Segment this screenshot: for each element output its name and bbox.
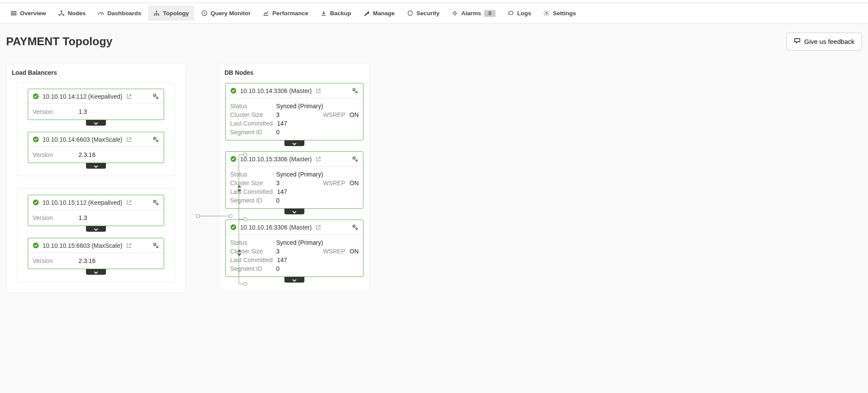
- svg-point-35: [154, 243, 155, 245]
- version-value: 1.3: [79, 108, 87, 115]
- svg-point-36: [157, 246, 158, 248]
- expand-toggle[interactable]: [284, 209, 304, 214]
- svg-point-14: [546, 13, 548, 14]
- db-node-card: 10.10.10.14:3306 (Master)StatusSynced (P…: [225, 83, 363, 140]
- expand-toggle[interactable]: [284, 277, 304, 283]
- expand-toggle[interactable]: [86, 226, 106, 232]
- external-link-icon[interactable]: [315, 88, 321, 94]
- status-ok-icon: [33, 93, 39, 100]
- status-ok-icon: [33, 242, 39, 249]
- version-value: 1.3: [79, 214, 87, 221]
- panel-title: Load Balancers: [7, 64, 185, 76]
- version-label: Version: [33, 108, 74, 115]
- panel-title: DB Nodes: [219, 64, 370, 79]
- nav-label: Dashboards: [107, 10, 141, 17]
- svg-point-9: [158, 14, 159, 16]
- cloud-icon: [508, 10, 514, 17]
- nav-overview[interactable]: Overview: [5, 6, 51, 21]
- nav-topology[interactable]: Topology: [148, 6, 194, 21]
- expand-toggle[interactable]: [86, 269, 106, 275]
- cluster-size-value: 3: [276, 180, 280, 187]
- svg-point-3: [61, 10, 62, 12]
- status-ok-icon: [230, 156, 237, 162]
- node-settings-icon[interactable]: [152, 199, 159, 206]
- node-title: 10.10.10.14:112 (Keepalived): [43, 93, 122, 100]
- nav-label: Manage: [373, 10, 395, 17]
- lb-node-card: 10.10.10.14:6603 (MaxScale)Version2.3.16: [28, 132, 164, 163]
- svg-point-33: [157, 203, 158, 205]
- dashboards-icon: [98, 10, 104, 17]
- nav-settings[interactable]: Settings: [538, 6, 581, 21]
- segment-id-value: 0: [276, 197, 280, 204]
- node-title: 10.10.10.15:3306 (Master): [240, 156, 312, 163]
- svg-point-8: [156, 14, 157, 16]
- external-link-icon[interactable]: [315, 156, 321, 162]
- svg-point-7: [154, 14, 155, 16]
- segment-id-label: Segment ID: [230, 197, 272, 204]
- external-link-icon[interactable]: [126, 137, 132, 143]
- external-link-icon[interactable]: [126, 243, 132, 249]
- wsrep-value: ON: [350, 180, 359, 187]
- svg-point-30: [157, 140, 158, 142]
- node-settings-icon[interactable]: [351, 223, 359, 231]
- expand-toggle[interactable]: [86, 120, 106, 126]
- node-settings-icon[interactable]: [351, 155, 359, 163]
- nav-label: Settings: [553, 10, 576, 17]
- nav-security[interactable]: Security: [402, 6, 445, 21]
- expand-toggle[interactable]: [86, 163, 106, 169]
- svg-point-26: [154, 94, 155, 96]
- node-settings-icon[interactable]: [351, 87, 359, 94]
- nav-performance[interactable]: Performance: [257, 6, 314, 21]
- svg-rect-0: [11, 11, 17, 12]
- node-settings-icon[interactable]: [152, 93, 159, 100]
- nav-dashboards[interactable]: Dashboards: [92, 6, 146, 21]
- expand-toggle[interactable]: [284, 140, 304, 146]
- segment-id-value: 0: [276, 265, 280, 272]
- svg-point-45: [356, 228, 357, 230]
- load-balancers-panel: Load Balancers 10.10.10.14:112 (Keepaliv…: [6, 63, 186, 293]
- page-title: PAYMENT Topology: [6, 35, 112, 48]
- last-committed-label: Last Committed: [230, 256, 273, 263]
- speech-bubble-icon: [794, 37, 801, 46]
- node-title: 10.10.10.15:6603 (MaxScale): [43, 242, 122, 249]
- node-settings-icon[interactable]: [152, 136, 159, 143]
- nav-logs[interactable]: Logs: [502, 6, 536, 21]
- wsrep-value: ON: [350, 248, 359, 255]
- nav-label: Alarms: [461, 10, 481, 17]
- external-link-icon[interactable]: [126, 93, 132, 100]
- chevron-down-icon: [292, 208, 297, 215]
- svg-point-41: [353, 157, 355, 159]
- feedback-button[interactable]: Give us feedback: [786, 33, 862, 50]
- lb-group: 10.10.10.15:112 (Keepalived)Version1.310…: [17, 188, 175, 282]
- nav-label: Overview: [20, 10, 46, 17]
- svg-point-32: [154, 200, 155, 202]
- last-committed-label: Last Committed: [230, 188, 273, 195]
- chevron-down-icon: [93, 120, 99, 127]
- main-nav: Overview Nodes Dashboards Topology Query…: [0, 3, 868, 24]
- nav-query-monitor[interactable]: Query Monitor: [196, 6, 256, 21]
- segment-id-label: Segment ID: [230, 129, 272, 136]
- nav-alarms[interactable]: Alarms 0: [446, 6, 501, 21]
- db-node-card: 10.10.10.15:3306 (Master)StatusSynced (P…: [225, 151, 363, 209]
- status-ok-icon: [33, 136, 39, 143]
- external-link-icon[interactable]: [126, 200, 132, 206]
- nav-label: Backup: [330, 10, 351, 17]
- nav-manage[interactable]: Manage: [358, 6, 400, 21]
- cluster-size-value: 3: [276, 248, 280, 255]
- cluster-size-label: Cluster Size: [230, 111, 272, 118]
- node-title: 10.10.10.14:3306 (Master): [240, 87, 312, 94]
- version-label: Version: [33, 151, 74, 158]
- db-node-card: 10.10.10.16:3306 (Master)StatusSynced (P…: [225, 220, 363, 277]
- nav-backup[interactable]: Backup: [315, 6, 356, 21]
- lb-node-card: 10.10.10.15:112 (Keepalived)Version1.3: [28, 195, 164, 226]
- cluster-size-value: 3: [276, 111, 280, 118]
- overview-icon: [10, 10, 17, 17]
- last-committed-value: 147: [277, 120, 287, 127]
- chart-icon: [263, 10, 269, 17]
- node-settings-icon[interactable]: [152, 242, 159, 249]
- external-link-icon[interactable]: [315, 224, 321, 230]
- svg-point-29: [154, 137, 155, 139]
- nav-nodes[interactable]: Nodes: [53, 6, 91, 21]
- chevron-down-icon: [93, 226, 99, 233]
- svg-point-16: [196, 214, 200, 218]
